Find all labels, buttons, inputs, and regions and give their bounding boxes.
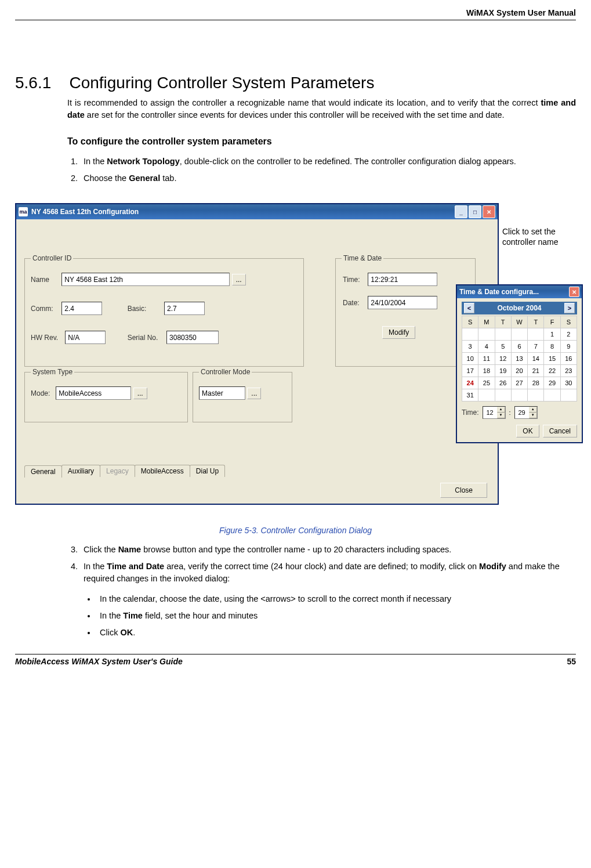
hwrev-field[interactable] [65,331,106,344]
dialog-titlebar[interactable]: ma NY 4568 East 12th Configuration _ □ ✕ [16,204,498,219]
calendar-day[interactable]: 21 [528,365,544,377]
figure: Click to set the controller name ma NY 4… [15,193,576,523]
page-footer: MobileAccess WiMAX System User's Guide 5… [15,654,576,666]
calendar-day[interactable]: 22 [544,365,560,377]
comm-field[interactable] [61,302,102,315]
calendar-day[interactable]: 24 [462,377,478,389]
calendar-day[interactable]: 11 [478,353,495,365]
calendar-day[interactable]: 4 [478,341,495,353]
popup-close-icon[interactable]: ✕ [569,287,579,297]
controller-mode-field[interactable] [199,386,245,400]
calendar-dow: S [462,316,478,328]
calendar-day[interactable]: 30 [560,377,577,389]
minute-stepper[interactable]: ▲▼ [514,406,538,419]
app-icon: ma [19,207,28,216]
calendar-day[interactable]: 16 [560,353,577,365]
maximize-icon[interactable]: □ [469,205,481,218]
tab-general[interactable]: General [24,465,62,478]
calendar-day[interactable]: 25 [478,377,495,389]
calendar-grid[interactable]: SMTWTFS 12345678910111213141516171819202… [462,316,577,402]
tab-auxiliary[interactable]: Auxiliary [61,465,100,477]
calendar-day[interactable]: 26 [495,377,511,389]
calendar-day[interactable]: 27 [511,377,527,389]
config-dialog[interactable]: ma NY 4568 East 12th Configuration _ □ ✕… [15,203,499,505]
calendar-day[interactable]: 19 [495,365,511,377]
calendar-day[interactable]: 2 [560,328,577,341]
calendar-day[interactable]: 12 [495,353,511,365]
page-number: 55 [567,657,576,666]
min-up-icon[interactable]: ▲ [529,407,537,413]
dialog-title: NY 4568 East 12th Configuration [31,208,139,216]
calendar-day[interactable]: 8 [544,341,560,353]
calendar-day[interactable]: 15 [544,353,560,365]
min-down-icon[interactable]: ▼ [529,413,537,418]
hour-input[interactable] [483,408,497,417]
calendar-dow: T [528,316,544,328]
section-number: 5.6.1 [15,74,51,92]
next-month-icon[interactable]: > [564,303,575,313]
name-browse-button[interactable]: ... [232,274,246,285]
controller-mode-legend: Controller Mode [199,368,252,376]
ok-button[interactable]: OK [516,425,539,437]
hour-stepper[interactable]: ▲▼ [483,406,506,419]
popup-body: < October 2004 > SMTWTFS 123456789101112… [457,298,582,442]
time-date-popup[interactable]: Time & Date configura... ✕ < October 200… [456,284,583,443]
basic-field[interactable] [164,302,205,315]
dialog-button-row: Close [440,483,487,498]
close-icon[interactable]: ✕ [483,205,495,218]
calendar-day[interactable]: 3 [462,341,478,353]
calendar-day[interactable]: 28 [528,377,544,389]
hour-up-icon[interactable]: ▲ [497,407,505,413]
calendar-day[interactable]: 20 [511,365,527,377]
dialog-close-button[interactable]: Close [440,483,487,498]
calendar-day [544,389,560,402]
tab-dialup[interactable]: Dial Up [190,465,225,477]
procedure-heading: To configure the controller system param… [67,136,576,147]
steps-list: In the Network Topology, double-click on… [67,155,576,185]
modify-button[interactable]: Modify [382,326,415,339]
calendar-day[interactable]: 17 [462,365,478,377]
time-field[interactable] [368,273,437,286]
time-colon: : [509,409,511,416]
calendar-day[interactable]: 18 [478,365,495,377]
popup-titlebar[interactable]: Time & Date configura... ✕ [457,285,582,298]
dialog-body: Controller ID Name ... Comm: Basic: HW R… [16,219,498,504]
calendar-day[interactable]: 6 [511,341,527,353]
minimize-icon[interactable]: _ [455,205,467,218]
hour-down-icon[interactable]: ▼ [497,413,505,418]
mode-label: Mode: [31,389,54,397]
calendar-day[interactable]: 9 [560,341,577,353]
hwrev-label: HW Rev. [31,334,63,342]
controller-mode-browse-button[interactable]: ... [247,388,261,399]
calendar-day[interactable]: 5 [495,341,511,353]
calendar-day[interactable]: 1 [544,328,560,341]
calendar-day [511,328,527,341]
prev-month-icon[interactable]: < [464,303,474,313]
tab-mobileaccess[interactable]: MobileAccess [135,465,190,477]
step-1: In the Network Topology, double-click on… [80,155,576,168]
calendar-day[interactable]: 10 [462,353,478,365]
name-label: Name [31,276,60,284]
step-2: Choose the General tab. [80,172,576,185]
date-label: Date: [343,299,366,307]
calendar-dow: M [478,316,495,328]
calendar-day[interactable]: 23 [560,365,577,377]
bullet-3: Click OK. [96,627,576,639]
mode-field[interactable] [56,386,131,400]
cancel-button[interactable]: Cancel [543,425,577,437]
calendar-day [462,328,478,341]
mode-browse-button[interactable]: ... [133,388,147,399]
calendar-day[interactable]: 29 [544,377,560,389]
system-type-legend: System Type [31,368,74,376]
calendar-day[interactable]: 7 [528,341,544,353]
calendar-day [511,389,527,402]
name-field[interactable] [61,273,230,286]
minute-input[interactable] [515,408,529,417]
date-field[interactable] [368,296,437,309]
calendar-day[interactable]: 13 [511,353,527,365]
controller-id-group: Controller ID Name ... Comm: Basic: HW R… [24,254,304,367]
calendar-day[interactable]: 14 [528,353,544,365]
serial-field[interactable] [166,331,219,344]
calendar-day[interactable]: 31 [462,389,478,402]
bullet-2: In the Time field, set the hour and minu… [96,610,576,622]
